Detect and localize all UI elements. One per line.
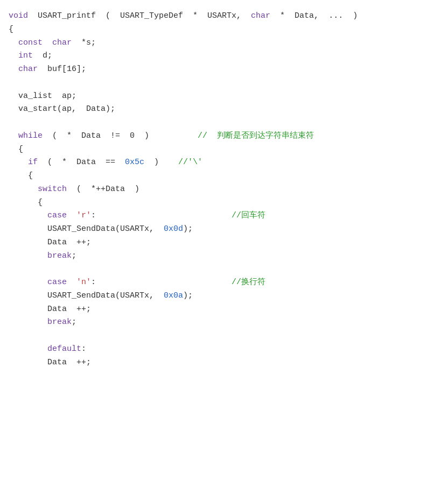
code-line-26: default: <box>9 343 439 356</box>
code-line-7: va_list ap; <box>9 90 439 103</box>
code-line-19: break; <box>9 250 439 263</box>
code-line-11: { <box>9 143 439 157</box>
code-line-12: if ( * Data == 0x5c ) //'\' <box>9 156 439 170</box>
code-line-8: va_start(ap, Data); <box>9 103 439 116</box>
code-line-3: const char *s; <box>9 37 439 50</box>
code-line-18: Data ++; <box>9 236 439 250</box>
code-line-17: USART_SendData(USARTx, 0x0d); <box>9 223 439 236</box>
code-line-4: int d; <box>9 50 439 63</box>
code-line-16: case 'r': //回车符 <box>9 209 439 223</box>
code-line-23: Data ++; <box>9 303 439 316</box>
code-line-9 <box>9 116 439 130</box>
code-line-2: { <box>9 23 439 37</box>
code-line-25 <box>9 329 439 343</box>
code-line-14: switch ( *++Data ) <box>9 183 439 196</box>
code-line-22: USART_SendData(USARTx, 0x0a); <box>9 290 439 303</box>
code-line-13: { <box>9 170 439 183</box>
code-line-27: Data ++; <box>9 356 439 370</box>
code-line-15: { <box>9 196 439 210</box>
code-line-20 <box>9 263 439 276</box>
code-line-6 <box>9 76 439 90</box>
code-line-5: char buf[16]; <box>9 63 439 76</box>
code-container: void USART_printf ( USART_TypeDef * USAR… <box>0 5 448 373</box>
code-line-1: void USART_printf ( USART_TypeDef * USAR… <box>9 10 439 23</box>
code-line-24: break; <box>9 316 439 329</box>
code-line-21: case 'n': //换行符 <box>9 276 439 290</box>
code-line-10: while ( * Data != 0 ) // 判断是否到达字符串结束符 <box>9 130 439 143</box>
